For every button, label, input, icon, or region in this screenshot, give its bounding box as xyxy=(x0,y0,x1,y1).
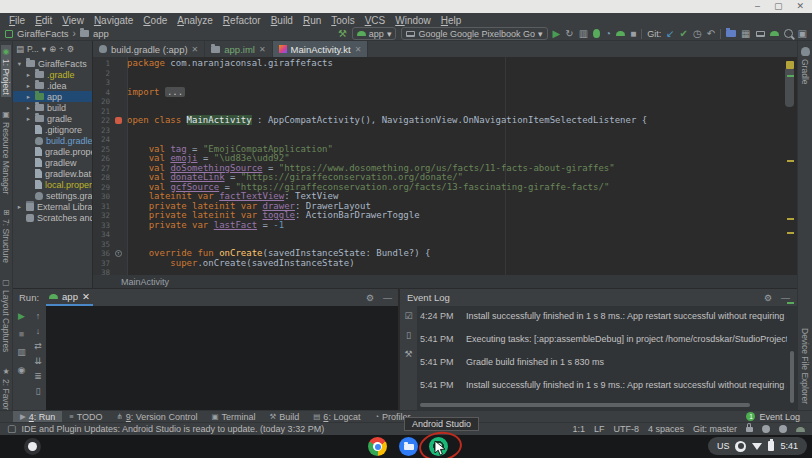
notifications-icon[interactable]: ▣ xyxy=(798,29,807,39)
soft-wrap-icon[interactable]: ⇄ xyxy=(34,341,42,351)
breadcrumb-class[interactable]: MainActivity xyxy=(121,277,169,287)
tree-item-gradlew[interactable]: gradlew xyxy=(13,157,92,168)
device-file-explorer-tool-button[interactable]: Device File Explorer xyxy=(800,326,810,406)
mark-all-read-icon[interactable]: ☑ xyxy=(404,311,412,321)
log-settings-icon[interactable]: ⚒ xyxy=(404,349,412,359)
rerun-button[interactable]: ▶ xyxy=(18,311,25,321)
close-icon[interactable]: ✕ xyxy=(355,45,362,54)
line-separator[interactable]: LF xyxy=(594,424,605,434)
caret-position[interactable]: 1:1 xyxy=(572,424,585,434)
run-console-output[interactable] xyxy=(46,306,398,410)
git-commit-button[interactable]: ✔ xyxy=(680,29,688,39)
close-icon[interactable]: ✕ xyxy=(259,45,266,54)
close-button[interactable]: ✕ xyxy=(796,0,804,13)
tree-item-external-librarie[interactable]: ▸External Librarie xyxy=(13,201,92,212)
menu-tools[interactable]: Tools xyxy=(326,15,359,26)
device-manager-button[interactable] xyxy=(756,31,765,37)
menu-build[interactable]: Build xyxy=(266,15,298,26)
code-line[interactable]: 34 xyxy=(93,230,787,240)
chrome-icon[interactable] xyxy=(368,437,387,456)
menu-window[interactable]: Window xyxy=(390,15,436,26)
tree-item-build[interactable]: ▸build xyxy=(13,102,92,113)
minimize-button[interactable]: – xyxy=(755,0,760,13)
expander-icon[interactable]: ▸ xyxy=(16,203,23,211)
apply-code-changes-button[interactable]: ▥ xyxy=(579,29,588,39)
git-branch[interactable]: Git: master xyxy=(693,424,737,434)
launcher-button[interactable] xyxy=(24,438,41,455)
locate-file-button[interactable]: ⊕ xyxy=(49,44,56,54)
up-stacktrace-icon[interactable]: ↑ xyxy=(36,311,41,321)
run-tab-app[interactable]: app ✕ xyxy=(46,289,93,306)
code-line[interactable]: 38 xyxy=(93,268,787,275)
clear-log-icon[interactable]: ▯ xyxy=(406,330,411,340)
clear-console-icon[interactable]: ▯ xyxy=(36,386,41,396)
emoji-face-icon[interactable] xyxy=(762,425,770,433)
breadcrumb-module[interactable]: app xyxy=(93,28,109,39)
code-line[interactable]: 3 xyxy=(93,78,787,88)
collapse-all-button[interactable]: ÷ xyxy=(59,44,64,54)
git-update-button[interactable]: ↙ xyxy=(666,29,674,39)
code-editor[interactable]: 1package com.naranjaconsal.giraffefacts2… xyxy=(93,57,797,275)
code-line[interactable]: 2 xyxy=(93,69,787,79)
emoji-face-icon[interactable] xyxy=(779,425,787,433)
debug-button[interactable] xyxy=(593,29,600,38)
expander-icon[interactable]: ▸ xyxy=(25,82,32,90)
horizontal-scrollbar[interactable] xyxy=(420,403,750,407)
apply-changes-button[interactable]: ↻ xyxy=(565,29,573,39)
tree-item-gradle-propert[interactable]: gradle.propert xyxy=(13,146,92,157)
tree-item-idea[interactable]: ▸.idea xyxy=(13,80,92,91)
expander-icon[interactable]: ▸ xyxy=(25,115,32,123)
expander-icon[interactable]: ▸ xyxy=(25,71,32,79)
code-line[interactable]: 4import ... xyxy=(93,88,787,98)
status-message[interactable]: IDE and Plugin Updates: Android Studio i… xyxy=(21,424,324,434)
system-tray[interactable]: US 5:41 xyxy=(708,437,807,455)
tool-button-6-logcat[interactable]: ▤6: Logcat xyxy=(306,411,367,422)
editor-scrollbar[interactable] xyxy=(785,67,794,107)
menu-vcs[interactable]: VCS xyxy=(360,15,391,26)
event-log-badge[interactable]: 1Event Log xyxy=(746,412,800,422)
stop-button[interactable]: ■ xyxy=(630,29,636,39)
stop-process-button[interactable]: ■ xyxy=(19,329,24,339)
tool-button-build[interactable]: ⚒Build xyxy=(263,411,307,422)
tree-item-gradle[interactable]: ▸.gradle xyxy=(13,69,92,80)
tool-button-4-run[interactable]: ▶4: Run xyxy=(13,411,62,422)
file-encoding[interactable]: UTF-8 xyxy=(613,424,639,434)
editor-tab-build-gradle-app[interactable]: build.gradle (:app)✕ xyxy=(93,41,205,57)
event-log-settings-icon[interactable]: ⚙ xyxy=(764,293,772,303)
gradle-tool-button[interactable]: Gradle xyxy=(800,45,810,87)
tool-button-terminal[interactable]: ▣Terminal xyxy=(204,411,262,422)
tree-item-settings-gradl[interactable]: settings.gradl xyxy=(13,190,92,201)
class-icon[interactable] xyxy=(115,117,122,124)
files-app-icon[interactable] xyxy=(399,437,418,456)
project-settings-button[interactable]: ⚙ xyxy=(67,44,75,54)
code-line[interactable]: 37 super.onCreate(savedInstanceState) xyxy=(93,259,787,269)
tool-button-1-project[interactable]: ◉1: Project xyxy=(1,45,11,97)
android-status-icon[interactable] xyxy=(796,427,805,432)
build-hammer-button[interactable]: ⚒ xyxy=(338,29,347,39)
menu-navigate[interactable]: Navigate xyxy=(89,15,138,26)
tool-button-layout-captures[interactable]: ▢Layout Captures xyxy=(1,276,11,354)
window-titlebar[interactable]: – ▢ ✕ xyxy=(0,0,812,13)
code-line[interactable]: 23 xyxy=(93,126,787,136)
expander-icon[interactable]: ▾ xyxy=(16,60,23,68)
device-select[interactable]: Google Google Pixelbook Go ▾ xyxy=(401,27,547,40)
indent-style[interactable]: 4 spaces xyxy=(648,424,684,434)
code-line[interactable]: 22open class MainActivity : AppCompatAct… xyxy=(93,116,787,126)
override-icon[interactable]: ↑ xyxy=(115,250,122,257)
tool-button-resource-manager[interactable]: ▣Resource Manager xyxy=(1,108,11,196)
maximize-button[interactable]: ▢ xyxy=(774,0,783,13)
pin-tab-icon[interactable]: ◉ xyxy=(18,365,26,375)
run-settings-icon[interactable]: ⚙ xyxy=(366,293,374,303)
print-icon[interactable]: ≣ xyxy=(34,371,42,381)
scroll-to-end-icon[interactable]: ⇊ xyxy=(34,356,42,366)
hide-panel-icon[interactable]: — xyxy=(383,293,392,303)
gradle-sync-button[interactable] xyxy=(726,30,736,37)
git-rollback-button[interactable]: ↶ xyxy=(707,29,715,39)
expander-icon[interactable]: ▸ xyxy=(25,93,32,101)
editor-tab-mainactivity-kt[interactable]: MainActivity.kt✕ xyxy=(273,41,369,57)
toggle-toolwindows-icon[interactable]: ▢ xyxy=(7,424,16,434)
profile-button[interactable]: ◔ xyxy=(605,29,611,39)
tool-button-9-version-control[interactable]: ⋔9: Version Control xyxy=(110,411,205,422)
code-line[interactable]: 33 private var lastFact = -1 xyxy=(93,221,787,231)
menu-edit[interactable]: Edit xyxy=(30,15,57,26)
